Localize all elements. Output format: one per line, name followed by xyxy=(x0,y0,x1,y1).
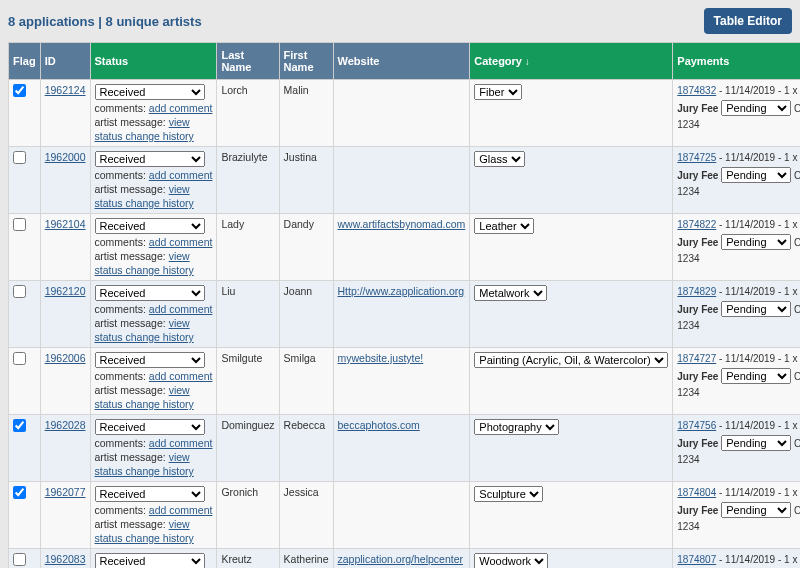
payment-status-select[interactable]: Pending xyxy=(721,167,791,183)
category-select[interactable]: Photography xyxy=(474,419,559,435)
add-comment-link[interactable]: add comment xyxy=(149,504,213,516)
status-select[interactable]: Received xyxy=(95,285,205,301)
last-name-cell: Liu xyxy=(217,281,279,348)
category-select[interactable]: Leather xyxy=(474,218,534,234)
website-link[interactable]: zapplication.org/helpcenter xyxy=(338,553,464,565)
payment-id-link[interactable]: 1874807 xyxy=(677,554,716,565)
website-link[interactable]: beccaphotos.com xyxy=(338,419,420,431)
status-select[interactable]: Received xyxy=(95,486,205,502)
flag-checkbox[interactable] xyxy=(13,486,26,499)
app-id-link[interactable]: 1962104 xyxy=(45,218,86,230)
col-flag[interactable]: Flag xyxy=(9,43,41,80)
category-select[interactable]: Fiber xyxy=(474,84,522,100)
flag-checkbox[interactable] xyxy=(13,151,26,164)
app-id-link[interactable]: 1962077 xyxy=(45,486,86,498)
artist-msg-link[interactable]: view xyxy=(169,518,190,530)
category-select[interactable]: Glass xyxy=(474,151,525,167)
add-comment-link[interactable]: add comment xyxy=(149,303,213,315)
status-history-link[interactable]: status change history xyxy=(95,398,194,410)
col-id[interactable]: ID xyxy=(40,43,90,80)
add-comment-link[interactable]: add comment xyxy=(149,236,213,248)
category-select[interactable]: Sculpture xyxy=(474,486,543,502)
status-history-link[interactable]: status change history xyxy=(95,465,194,477)
check-num: 1234 xyxy=(677,185,800,199)
col-category[interactable]: Category xyxy=(470,43,673,80)
first-name-cell: Jessica xyxy=(279,482,333,549)
app-id-link[interactable]: 1962124 xyxy=(45,84,86,96)
status-history-link[interactable]: status change history xyxy=(95,264,194,276)
flag-checkbox[interactable] xyxy=(13,84,26,97)
status-history-link[interactable]: status change history xyxy=(95,532,194,544)
check-num: 1234 xyxy=(677,319,800,333)
check-num: 1234 xyxy=(677,453,800,467)
status-history-link[interactable]: status change history xyxy=(95,130,194,142)
summary-text: 8 applications | 8 unique artists xyxy=(8,14,202,29)
payment-status-select[interactable]: Pending xyxy=(721,435,791,451)
table-editor-button[interactable]: Table Editor xyxy=(704,8,792,34)
col-payments[interactable]: Payments xyxy=(673,43,800,80)
artist-msg-link[interactable]: view xyxy=(169,183,190,195)
col-last-name[interactable]: Last Name xyxy=(217,43,279,80)
first-name-cell: Malin xyxy=(279,80,333,147)
flag-checkbox[interactable] xyxy=(13,352,26,365)
artist-msg-link[interactable]: view xyxy=(169,317,190,329)
website-link[interactable]: mywebsite.justyte! xyxy=(338,352,424,364)
last-name-cell: Kreutz xyxy=(217,549,279,569)
payment-id-link[interactable]: 1874822 xyxy=(677,219,716,230)
category-select[interactable]: Metalwork xyxy=(474,285,547,301)
app-id-link[interactable]: 1962028 xyxy=(45,419,86,431)
col-first-name[interactable]: First Name xyxy=(279,43,333,80)
status-select[interactable]: Received xyxy=(95,419,205,435)
status-history-link[interactable]: status change history xyxy=(95,331,194,343)
payment-id-link[interactable]: 1874725 xyxy=(677,152,716,163)
category-select[interactable]: Woodwork xyxy=(474,553,548,568)
add-comment-link[interactable]: add comment xyxy=(149,169,213,181)
status-select[interactable]: Received xyxy=(95,84,205,100)
add-comment-link[interactable]: add comment xyxy=(149,102,213,114)
payment-id-link[interactable]: 1874804 xyxy=(677,487,716,498)
payment-status-select[interactable]: Pending xyxy=(721,502,791,518)
last-name-cell: Dominguez xyxy=(217,415,279,482)
add-comment-link[interactable]: add comment xyxy=(149,370,213,382)
artist-msg-link[interactable]: view xyxy=(169,116,190,128)
app-id-link[interactable]: 1962006 xyxy=(45,352,86,364)
status-select[interactable]: Received xyxy=(95,151,205,167)
table-row: 1962077Receivedcomments: add commentarti… xyxy=(9,482,801,549)
last-name-cell: Gronich xyxy=(217,482,279,549)
flag-checkbox[interactable] xyxy=(13,285,26,298)
app-id-link[interactable]: 1962120 xyxy=(45,285,86,297)
last-name-cell: Braziulyte xyxy=(217,147,279,214)
payment-status-select[interactable]: Pending xyxy=(721,368,791,384)
table-row: 1962028Receivedcomments: add commentarti… xyxy=(9,415,801,482)
col-website[interactable]: Website xyxy=(333,43,470,80)
flag-checkbox[interactable] xyxy=(13,553,26,566)
status-select[interactable]: Received xyxy=(95,352,205,368)
table-row: 1962083Receivedcomments: add commentarti… xyxy=(9,549,801,569)
category-select[interactable]: Painting (Acrylic, Oil, & Watercolor) xyxy=(474,352,668,368)
check-num: 1234 xyxy=(677,386,800,400)
add-comment-link[interactable]: add comment xyxy=(149,437,213,449)
artist-msg-link[interactable]: view xyxy=(169,384,190,396)
artist-msg-link[interactable]: view xyxy=(169,451,190,463)
status-select[interactable]: Received xyxy=(95,553,205,568)
website-link[interactable]: Http://www.zapplication.org xyxy=(338,285,465,297)
flag-checkbox[interactable] xyxy=(13,419,26,432)
website-link[interactable]: www.artifactsbynomad.com xyxy=(338,218,466,230)
col-status[interactable]: Status xyxy=(90,43,217,80)
app-id-link[interactable]: 1962000 xyxy=(45,151,86,163)
status-select[interactable]: Received xyxy=(95,218,205,234)
table-row: 1962000Receivedcomments: add commentarti… xyxy=(9,147,801,214)
payment-id-link[interactable]: 1874756 xyxy=(677,420,716,431)
artist-msg-link[interactable]: view xyxy=(169,250,190,262)
last-name-cell: Lorch xyxy=(217,80,279,147)
payment-id-link[interactable]: 1874829 xyxy=(677,286,716,297)
first-name-cell: Justina xyxy=(279,147,333,214)
flag-checkbox[interactable] xyxy=(13,218,26,231)
payment-status-select[interactable]: Pending xyxy=(721,301,791,317)
payment-id-link[interactable]: 1874727 xyxy=(677,353,716,364)
status-history-link[interactable]: status change history xyxy=(95,197,194,209)
payment-id-link[interactable]: 1874832 xyxy=(677,85,716,96)
payment-status-select[interactable]: Pending xyxy=(721,234,791,250)
payment-status-select[interactable]: Pending xyxy=(721,100,791,116)
app-id-link[interactable]: 1962083 xyxy=(45,553,86,565)
